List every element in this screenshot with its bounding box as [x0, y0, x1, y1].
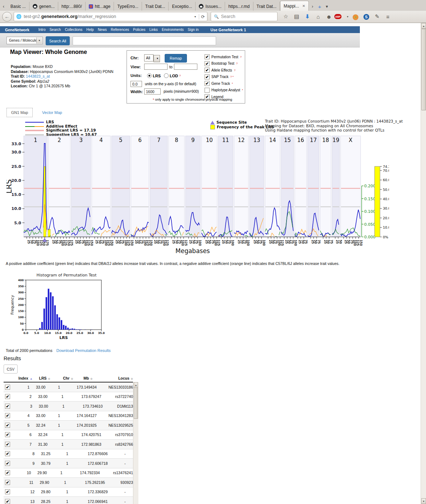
- browser-tab-3[interactable]: http:...880/: [58, 2, 86, 11]
- browser-tab-5[interactable]: TypeErro...: [114, 2, 142, 11]
- row-checkbox[interactable]: ✔: [5, 489, 10, 494]
- option-haplotype-analyst[interactable]: Haplotype Analyst*: [205, 87, 243, 94]
- browser-tab-10[interactable]: Trait Dat...: [253, 2, 280, 11]
- new-tab-button[interactable]: +: [316, 2, 323, 11]
- browser-tab-1[interactable]: Basic ...: [7, 2, 29, 11]
- row-checkbox[interactable]: ✔: [5, 423, 10, 428]
- nav-item-policies[interactable]: Policies: [133, 28, 145, 32]
- nav-item-intro[interactable]: Intro: [38, 28, 46, 32]
- row-checkbox[interactable]: ✔: [5, 470, 10, 475]
- home-icon[interactable]: ⌂: [313, 14, 324, 20]
- scroll-down-icon[interactable]: ▼: [421, 498, 426, 504]
- nav-item-links[interactable]: Links: [150, 28, 158, 32]
- checkbox[interactable]: ✔: [205, 68, 210, 73]
- chevron-down-icon[interactable]: ▼: [154, 55, 160, 62]
- row-checkbox[interactable]: ✔: [5, 432, 10, 437]
- chevron-down-icon[interactable]: ▼: [36, 37, 42, 43]
- tab-gn1-map[interactable]: GN1 Map: [6, 108, 33, 117]
- row-checkbox[interactable]: ✔: [5, 461, 10, 466]
- menu-icon[interactable]: ≡: [383, 14, 393, 20]
- row-checkbox[interactable]: ✔: [5, 404, 10, 409]
- download-permutation-link[interactable]: Download Permutation Results: [56, 348, 111, 353]
- col-locus[interactable]: Locus◆: [110, 376, 133, 380]
- nav-item-help[interactable]: Help: [86, 28, 94, 32]
- row-checkbox[interactable]: ✔: [5, 442, 10, 447]
- chat-icon[interactable]: ☻: [324, 14, 334, 20]
- checkbox[interactable]: ✔: [205, 74, 210, 79]
- col-chr[interactable]: Chr◆: [56, 376, 78, 380]
- back-button[interactable]: ←: [2, 12, 12, 22]
- scroll-up-icon[interactable]: ▲: [421, 23, 426, 29]
- tab-scroll-left-icon[interactable]: ‹: [0, 2, 7, 11]
- nav-item-references[interactable]: References: [111, 28, 129, 32]
- search-all-button[interactable]: Search All: [46, 36, 70, 45]
- stylish-icon[interactable]: S: [361, 13, 372, 20]
- checkbox[interactable]: ✔: [205, 54, 210, 59]
- nav-item-collections[interactable]: Collections: [65, 28, 82, 32]
- browser-tab-9[interactable]: https...r.md: [225, 2, 253, 11]
- nav-item-news[interactable]: News: [98, 28, 107, 32]
- width-input[interactable]: 1600: [144, 88, 161, 95]
- site-search-input[interactable]: [73, 36, 216, 45]
- option-legend[interactable]: ✔Legend: [205, 93, 243, 100]
- row-checkbox[interactable]: ✔: [5, 394, 10, 399]
- url-dropdown-icon[interactable]: ▼: [194, 15, 197, 18]
- table-scroll-thumb[interactable]: [134, 388, 138, 419]
- checkbox[interactable]: ✔: [205, 81, 210, 86]
- page-scrollbar[interactable]: ▲ ▼: [421, 23, 426, 504]
- brand[interactable]: GeneNetwork: [5, 28, 29, 32]
- url-bar[interactable]: 🌐 test-gn2.genenetwork.org/marker_regres…: [14, 12, 207, 21]
- browser-tab-2[interactable]: genen...: [29, 2, 58, 11]
- row-checkbox[interactable]: ✔: [5, 413, 10, 418]
- browser-tab-4[interactable]: htt...age: [86, 2, 114, 11]
- nav-item-search[interactable]: Search: [50, 28, 61, 32]
- reload-icon[interactable]: ⟳: [199, 14, 205, 19]
- addon-orange-icon[interactable]: ●: [350, 13, 361, 20]
- tab-list-icon[interactable]: ▾: [323, 2, 330, 11]
- checkbox[interactable]: ✔: [205, 94, 210, 99]
- row-checkbox[interactable]: ✔: [5, 480, 10, 485]
- table-scrollbar[interactable]: ▲: [133, 382, 138, 504]
- browser-tab-6[interactable]: Trait Dat...: [142, 2, 169, 11]
- csv-button[interactable]: CSV: [4, 365, 18, 374]
- option-bootstrap-test[interactable]: ✔Bootstrap Test?: [205, 60, 243, 67]
- browser-search[interactable]: 🔍 Search: [211, 12, 278, 21]
- info-value[interactable]: 1443823_s_at: [26, 74, 50, 78]
- checkbox[interactable]: [205, 88, 210, 93]
- option-snp-track[interactable]: ✔SNP Track? *: [205, 74, 243, 81]
- help-mark[interactable]: ?: [179, 74, 180, 77]
- search-category-select[interactable]: Genes / Molecules ▼: [6, 37, 43, 44]
- chr-select[interactable]: All▼: [144, 54, 160, 62]
- adblock-icon[interactable]: ABP: [334, 14, 345, 19]
- remap-button[interactable]: Remap: [165, 54, 187, 63]
- units-lod-radio[interactable]: LOD?: [164, 73, 181, 78]
- scroll-up-icon[interactable]: ▲: [134, 382, 138, 388]
- reader-icon[interactable]: ▤: [291, 13, 302, 20]
- units-lrs-radio[interactable]: LRS: [147, 73, 161, 78]
- page-scroll-thumb[interactable]: [421, 29, 426, 110]
- view-from-input[interactable]: [144, 64, 168, 70]
- col-lrs[interactable]: LRS◆: [33, 376, 57, 380]
- col-mb[interactable]: Mb◆: [78, 376, 110, 380]
- nav-use-gn1[interactable]: Use GeneNetwork 1: [211, 28, 246, 32]
- option-gene-track[interactable]: ✔Gene Track*: [205, 80, 243, 87]
- edit-icon[interactable]: ✎: [372, 13, 383, 20]
- view-to-input[interactable]: [174, 64, 197, 70]
- row-checkbox[interactable]: ✔: [5, 451, 10, 456]
- adblock-caret-icon[interactable]: ▼: [345, 15, 350, 18]
- nav-item-environments[interactable]: Environments: [162, 28, 184, 32]
- row-checkbox[interactable]: ✔: [5, 385, 10, 390]
- row-checkbox[interactable]: ✔: [5, 499, 10, 504]
- close-icon[interactable]: ✕: [302, 4, 305, 8]
- yaxis-units-input[interactable]: 0.0: [130, 81, 142, 87]
- browser-tab-8[interactable]: Issues...: [196, 2, 225, 11]
- option-allele-effects[interactable]: ✔Allele Effects?: [205, 67, 243, 74]
- tab-overflow-icon[interactable]: ›: [309, 2, 316, 11]
- option-permutation-test[interactable]: ✔Permutation Test?: [205, 54, 243, 60]
- download-icon[interactable]: ⬇: [302, 13, 313, 20]
- checkbox[interactable]: ✔: [205, 61, 210, 66]
- star-icon[interactable]: ☆: [280, 13, 291, 20]
- browser-tab-7[interactable]: Exceptio...: [169, 2, 196, 11]
- tab-vector-map[interactable]: Vector Map: [42, 110, 62, 115]
- col-index[interactable]: Index▲: [18, 376, 33, 380]
